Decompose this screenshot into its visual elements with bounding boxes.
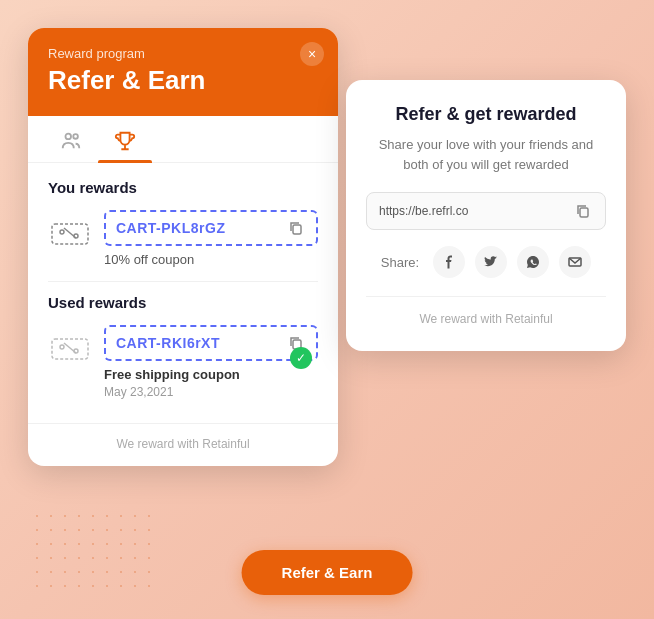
whatsapp-icon <box>526 255 540 269</box>
check-badge: ✓ <box>290 347 312 369</box>
facebook-share-button[interactable] <box>433 246 465 278</box>
you-rewards-title: You rewards <box>48 179 318 196</box>
section-divider <box>48 281 318 282</box>
tabs-bar <box>28 116 338 163</box>
close-button[interactable]: × <box>300 42 324 66</box>
svg-point-3 <box>60 230 64 234</box>
copy-icon-you <box>288 220 304 236</box>
used-rewards-row: CART-RKI6rXT Free shipping coupon May 23… <box>48 325 318 399</box>
header-subtitle: Reward program <box>48 46 318 61</box>
referral-url: https://be.refrl.co <box>379 204 565 218</box>
email-share-button[interactable] <box>559 246 591 278</box>
card-header: Reward program Refer & Earn × <box>28 28 338 116</box>
svg-rect-7 <box>52 339 88 359</box>
whatsapp-share-button[interactable] <box>517 246 549 278</box>
svg-point-0 <box>66 134 72 140</box>
email-icon <box>568 255 582 269</box>
trophy-icon <box>114 130 136 152</box>
card-footer-text: We reward with Retainful <box>116 437 249 451</box>
tab-people[interactable] <box>44 116 98 162</box>
card-body: You rewards CART-PKL8rGZ <box>28 163 338 423</box>
twitter-icon <box>484 255 498 269</box>
svg-rect-2 <box>52 224 88 244</box>
svg-rect-12 <box>580 208 588 217</box>
you-copy-button[interactable] <box>286 218 306 238</box>
used-coupon-code-box: CART-RKI6rXT <box>104 325 318 361</box>
svg-point-5 <box>74 234 78 238</box>
refer-panel: Refer & get rewarded Share your love wit… <box>346 80 626 351</box>
you-coupon-desc: 10% off coupon <box>104 252 318 267</box>
svg-rect-6 <box>293 225 301 234</box>
coupon-icon-used <box>48 325 92 369</box>
refer-panel-footer: We reward with Retainful <box>366 296 606 327</box>
used-coupon-date: May 23,2021 <box>104 385 318 399</box>
you-rewards-row: CART-PKL8rGZ 10% off coupon <box>48 210 318 267</box>
used-rewards-details: CART-RKI6rXT Free shipping coupon May 23… <box>104 325 318 399</box>
you-rewards-details: CART-PKL8rGZ 10% off coupon <box>104 210 318 267</box>
svg-point-8 <box>60 345 64 349</box>
used-coupon-desc: Free shipping coupon <box>104 367 318 382</box>
refer-panel-description: Share your love with your friends and bo… <box>366 135 606 174</box>
facebook-icon <box>442 255 456 269</box>
svg-point-10 <box>74 349 78 353</box>
you-coupon-code: CART-PKL8rGZ <box>116 220 278 236</box>
header-title: Refer & Earn <box>48 65 318 96</box>
refer-earn-button[interactable]: Refer & Earn <box>242 550 413 595</box>
refer-panel-footer-text: We reward with Retainful <box>419 312 552 326</box>
twitter-share-button[interactable] <box>475 246 507 278</box>
you-coupon-code-box: CART-PKL8rGZ <box>104 210 318 246</box>
used-coupon-code: CART-RKI6rXT <box>116 335 278 351</box>
copy-icon-url <box>575 203 591 219</box>
card-footer: We reward with Retainful <box>28 423 338 466</box>
people-icon <box>60 130 82 152</box>
used-rewards-title: Used rewards <box>48 294 318 311</box>
share-row: Share: <box>366 246 606 278</box>
dots-decoration <box>30 509 150 589</box>
tab-trophy[interactable] <box>98 116 152 162</box>
coupon-icon-you <box>48 210 92 254</box>
share-label: Share: <box>381 255 419 270</box>
main-card: Reward program Refer & Earn × You reward… <box>28 28 338 466</box>
svg-point-1 <box>73 134 78 139</box>
refer-panel-title: Refer & get rewarded <box>366 104 606 125</box>
url-copy-button[interactable] <box>573 201 593 221</box>
url-row: https://be.refrl.co <box>366 192 606 230</box>
share-icons <box>433 246 591 278</box>
